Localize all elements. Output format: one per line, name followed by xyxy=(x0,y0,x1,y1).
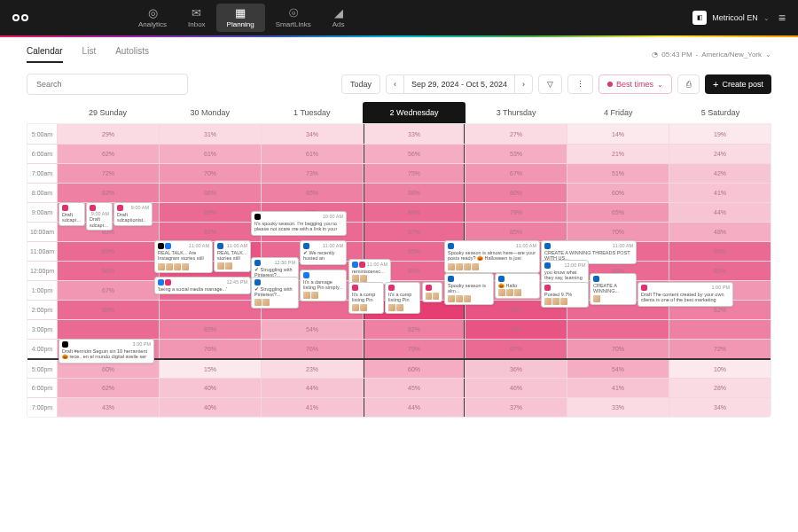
timeslot[interactable]: 40% xyxy=(160,379,262,397)
day-header[interactable]: 3 Thursday xyxy=(466,102,567,123)
timeslot[interactable]: 48% xyxy=(669,223,771,241)
next-week-button[interactable]: › xyxy=(515,75,532,93)
timeslot[interactable]: 88% xyxy=(364,184,466,202)
timeslot[interactable]: 94% xyxy=(466,320,567,339)
timeslot[interactable]: 80% xyxy=(466,184,567,202)
timeslot[interactable]: 89% xyxy=(58,242,160,261)
post-card[interactable]: 3:30 PMDraft #enridm Seguin sin 10 herra… xyxy=(59,339,154,364)
post-card[interactable]: It's a comp listing Pin xyxy=(348,282,384,314)
account-switcher[interactable]: ◧ Metricool EN ⌄ xyxy=(692,11,770,25)
timeslot[interactable]: 92% xyxy=(160,223,262,241)
subtab-list[interactable]: List xyxy=(82,46,97,63)
timeslot[interactable]: 41% xyxy=(669,184,771,202)
search-input[interactable] xyxy=(27,74,188,95)
timeslot[interactable]: 33% xyxy=(567,398,669,417)
subtab-calendar[interactable]: Calendar xyxy=(27,46,63,63)
nav-tab-inbox[interactable]: ✉Inbox xyxy=(177,4,216,32)
timeslot[interactable]: 29% xyxy=(58,124,160,144)
timeslot[interactable] xyxy=(669,320,771,339)
timeslot[interactable]: 33% xyxy=(364,124,466,144)
post-card[interactable]: CREATE A WINNING... xyxy=(590,273,637,305)
timeslot[interactable]: 15% xyxy=(160,360,262,378)
post-card[interactable]: Posted 9.7% xyxy=(541,282,589,308)
timeslot[interactable]: 89% xyxy=(160,203,262,222)
timeslot[interactable]: 31% xyxy=(160,124,262,144)
day-header[interactable]: 5 Saturday xyxy=(669,102,771,123)
timeslot[interactable]: 44% xyxy=(364,398,466,417)
timeslot[interactable]: 51% xyxy=(567,164,669,183)
timeslot[interactable]: 87% xyxy=(364,223,466,241)
post-card[interactable]: 11:00 AMREAL TALK.. stories still xyxy=(214,240,251,272)
post-card[interactable]: 12:45 PM'being a social media manage...' xyxy=(154,277,251,294)
timeslot[interactable]: 34% xyxy=(669,398,771,417)
timeslot[interactable]: 70% xyxy=(160,164,262,183)
timeslot[interactable]: 75% xyxy=(364,164,466,183)
timeslot[interactable]: 23% xyxy=(262,360,364,378)
timeslot[interactable]: 67% xyxy=(466,164,567,183)
day-header[interactable]: 1 Tuesday xyxy=(261,102,363,123)
day-header[interactable]: 2 Wednesday xyxy=(363,102,465,123)
post-card[interactable]: 11:00 AMREAL TALK... Are Instagram stori… xyxy=(154,240,213,273)
timeslot[interactable]: 85% xyxy=(669,262,771,280)
create-post-button[interactable]: + Create post xyxy=(705,74,771,94)
post-card[interactable]: Spooky season is alm... xyxy=(444,273,494,305)
post-card[interactable]: 11:00 AM✔ We recently hosted an exclusiv… xyxy=(300,240,347,265)
post-card[interactable]: 11:00 AMSpooky season is almost here—are… xyxy=(444,240,540,273)
today-button[interactable]: Today xyxy=(341,74,380,94)
timeslot[interactable]: 88% xyxy=(58,301,160,319)
post-card[interactable]: 11:00 AMreminiscenscences xyxy=(348,259,391,285)
menu-icon[interactable]: ≡ xyxy=(778,11,786,25)
timeslot[interactable]: 40% xyxy=(160,398,262,417)
besttimes-button[interactable]: Best times ⌄ xyxy=(598,74,672,94)
timeslot[interactable]: 67% xyxy=(58,281,160,300)
timeslot[interactable]: 62% xyxy=(58,145,160,163)
timeslot[interactable]: 87% xyxy=(466,340,567,358)
print-button[interactable]: ⎙ xyxy=(677,74,700,94)
timeslot[interactable]: 14% xyxy=(567,124,669,144)
timeslot[interactable] xyxy=(160,301,262,319)
timeslot[interactable]: 36% xyxy=(466,360,567,378)
nav-tab-analytics[interactable]: ◎Analytics xyxy=(128,4,177,32)
nav-tab-smartlinks[interactable]: ⦾SmartLinks xyxy=(265,4,322,32)
timeslot[interactable]: 82% xyxy=(364,320,466,339)
filter-button[interactable]: ▽ xyxy=(538,74,562,94)
timeslot[interactable]: 76% xyxy=(262,340,364,358)
timeslot[interactable]: 44% xyxy=(262,379,364,397)
timeslot[interactable]: 45% xyxy=(364,379,466,397)
timeslot[interactable]: 85% xyxy=(262,184,364,202)
timeslot[interactable]: 86% xyxy=(669,242,771,261)
post-card[interactable]: 9:00 AMDraft sdcaptiontst.. xyxy=(113,202,153,226)
post-card[interactable]: ✔ Struggling with Pinterest?... xyxy=(251,277,299,309)
timeslot[interactable]: 70% xyxy=(567,340,669,358)
timeslot[interactable]: 41% xyxy=(567,379,669,397)
timeslot[interactable]: 37% xyxy=(466,398,567,417)
post-card[interactable]: 9:00 AMDraft sdcaptiontst.. xyxy=(86,202,113,231)
post-card[interactable] xyxy=(422,282,442,302)
post-card[interactable]: 🎃 Hallo xyxy=(495,273,540,299)
timeslot[interactable]: 82% xyxy=(58,184,160,202)
day-header[interactable]: 30 Monday xyxy=(159,102,261,123)
timeslot[interactable] xyxy=(58,320,160,339)
timeslot[interactable]: 54% xyxy=(567,360,669,378)
date-range-label[interactable]: Sep 29, 2024 - Oct 5, 2024 xyxy=(404,75,515,93)
timeslot[interactable]: 60% xyxy=(364,360,466,378)
post-card[interactable]: 10:00 AMIt's spooky season. I'm begging … xyxy=(251,211,347,236)
timeslot[interactable]: 21% xyxy=(567,145,669,163)
timeslot[interactable]: 43% xyxy=(58,398,160,417)
post-card[interactable]: It's a damage listing Pin simply... xyxy=(300,270,347,301)
nav-tab-ads[interactable]: ◢Ads xyxy=(322,4,356,32)
timeslot[interactable]: 56% xyxy=(364,145,466,163)
timeslot[interactable]: 60% xyxy=(567,184,669,202)
subtab-autolists[interactable]: Autolists xyxy=(115,46,149,63)
timeslot[interactable]: 53% xyxy=(466,145,567,163)
prev-week-button[interactable]: ‹ xyxy=(387,75,404,93)
timeslot[interactable]: 42% xyxy=(669,164,771,183)
timezone-indicator[interactable]: ◔ 05:43 PM - America/New_York ⌄ xyxy=(652,51,771,59)
day-header[interactable]: 4 Friday xyxy=(567,102,669,123)
timeslot[interactable]: 86% xyxy=(160,184,262,202)
post-card[interactable]: 1:00 PMDraft The content created by your… xyxy=(638,282,733,307)
timeslot[interactable]: 72% xyxy=(669,340,771,358)
nav-tab-planning[interactable]: ▦Planning xyxy=(216,4,265,32)
timeslot[interactable]: 86% xyxy=(58,262,160,280)
timeslot[interactable]: 65% xyxy=(567,203,669,222)
